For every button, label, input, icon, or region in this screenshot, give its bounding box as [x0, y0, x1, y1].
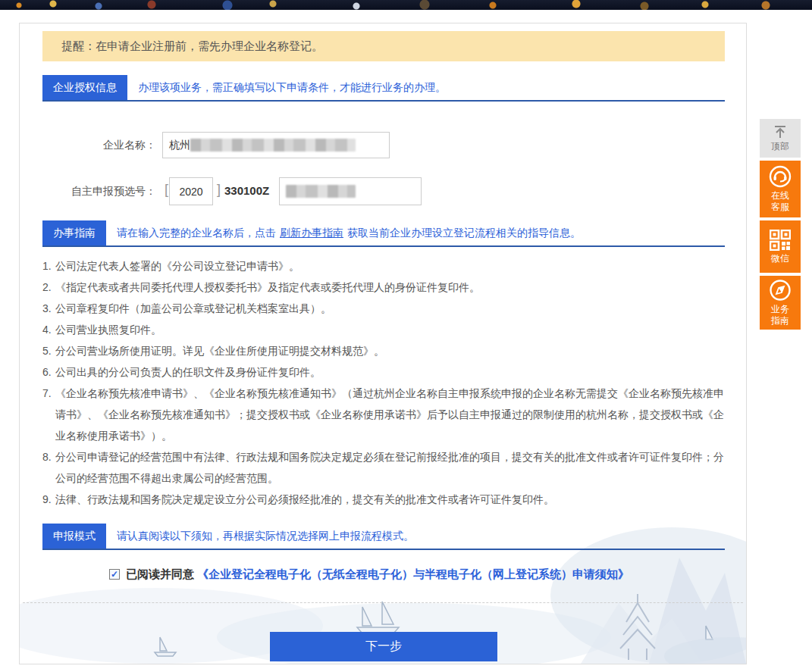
preselect-year-input[interactable]: 2020	[169, 177, 213, 205]
company-name-redacted	[190, 139, 356, 152]
agreement-label: 已阅读并同意	[126, 567, 194, 582]
section-header-guide: 办事指南 请在输入完整的企业名称后，点击 刷新办事指南 获取当前企业办理设立登记…	[42, 220, 725, 247]
agreement-row: ✓ 已阅读并同意 《企业登记全程电子化（无纸全程电子化）与半程电子化（网上登记系…	[109, 567, 629, 582]
preselect-number-redacted	[286, 185, 356, 198]
back-to-top-button[interactable]: 顶部	[760, 119, 801, 158]
list-item: 3.公司章程复印件（加盖公司公章或登记机关档案室出具）。	[42, 298, 726, 319]
list-item: 5.分公司营业场所使用证明。详见《企业住所使用证明提交材料规范》。	[42, 340, 726, 361]
main-content-panel: 提醒：在申请企业注册前，需先办理企业名称登记。 企业授权信息 办理该项业务，需正…	[19, 23, 747, 664]
agreement-checkbox[interactable]: ✓	[109, 569, 120, 580]
list-item: 9.法律、行政法规和国务院决定规定设立分公司必须报经批准的，提交有关的批准文件或…	[42, 489, 726, 510]
bracket-close: ]	[217, 182, 221, 198]
section-header-auth: 企业授权信息 办理该项业务，需正确填写以下申请条件，才能进行业务的办理。	[42, 75, 725, 102]
section-header-mode: 申报模式 请认真阅读以下须知，再根据实际情况选择网上申报流程模式。	[42, 524, 725, 550]
company-name-input[interactable]: 杭州	[162, 132, 390, 158]
application-notice-link[interactable]: 《企业登记全程电子化（无纸全程电子化）与半程电子化（网上登记系统）申请须知》	[197, 567, 629, 582]
alert-banner: 提醒：在申请企业注册前，需先办理企业名称登记。	[42, 31, 725, 61]
tab-service-guide[interactable]: 办事指南	[42, 220, 106, 245]
list-item: 7.《企业名称预先核准申请书》、《企业名称预先核准通知书》（通过杭州企业名称自主…	[42, 383, 726, 446]
list-item: 1.公司法定代表人签署的《分公司设立登记申请书》。	[42, 255, 726, 277]
company-name-label: 企业名称：	[35, 139, 156, 152]
tab-declaration-mode[interactable]: 申报模式	[42, 524, 106, 549]
enterprise-registration-page: { "alert": { "text": "提醒：在申请企业注册前，需先办理企业…	[0, 0, 812, 669]
compass-icon	[769, 279, 792, 302]
wechat-qr-button[interactable]: 微信	[760, 220, 801, 273]
city-night-banner	[0, 0, 812, 10]
tab-enterprise-auth-info[interactable]: 企业授权信息	[42, 75, 127, 100]
guide-subtitle-before: 请在输入完整的企业名称后，点击	[117, 227, 276, 240]
business-guide-label: 业务指南	[769, 304, 792, 327]
auth-section-subtitle: 办理该项业务，需正确填写以下申请条件，才能进行业务的办理。	[138, 75, 446, 100]
guide-material-list: 1.公司法定代表人签署的《分公司设立登记申请书》。 2.《指定代表或者共同委托代…	[42, 255, 726, 510]
back-to-top-label: 顶部	[771, 141, 789, 152]
wechat-label: 微信	[771, 253, 789, 264]
qr-code-icon	[770, 230, 791, 251]
next-step-button[interactable]: 下一步	[270, 632, 497, 661]
company-name-value: 杭州	[169, 139, 190, 152]
check-icon: ✓	[111, 570, 118, 579]
online-service-label: 在线客服	[769, 190, 792, 213]
preselect-prefix: 330100Z	[224, 184, 269, 197]
floating-sidebar: 顶部 在线客服 微信	[760, 119, 801, 333]
alert-text: 提醒：在申请企业注册前，需先办理企业名称登记。	[61, 39, 323, 52]
guide-section-subtitle: 请在输入完整的企业名称后，点击 刷新办事指南 获取当前企业办理设立登记流程相关的…	[117, 220, 581, 245]
business-guide-button[interactable]: 业务指南	[760, 276, 801, 330]
mode-section-subtitle: 请认真阅读以下须知，再根据实际情况选择网上申报流程模式。	[117, 524, 414, 549]
guide-subtitle-after: 获取当前企业办理设立登记流程相关的指导信息。	[347, 227, 581, 240]
list-item: 4.公司营业执照复印件。	[42, 319, 726, 340]
bracket-open: [	[165, 182, 168, 198]
preselect-number-label: 自主申报预选号：	[35, 185, 156, 199]
dashed-divider	[23, 602, 743, 603]
online-service-button[interactable]: 在线客服	[760, 161, 801, 217]
list-item: 8.分公司申请登记的经营范围中有法律、行政法规和国务院决定规定必须在登记前报经批…	[42, 446, 726, 489]
refresh-guide-link[interactable]: 刷新办事指南	[280, 227, 343, 240]
customer-service-headset-icon	[769, 165, 792, 188]
preselect-year-value: 2020	[179, 186, 202, 198]
preselect-number-input[interactable]	[279, 177, 422, 205]
list-item: 2.《指定代表或者共同委托代理人授权委托书》及指定代表或委托代理人的身份证件复印…	[42, 277, 726, 298]
list-item: 6.公司出具的分公司负责人的任职文件及身份证件复印件。	[42, 361, 726, 383]
top-arrow-icon	[772, 125, 788, 139]
